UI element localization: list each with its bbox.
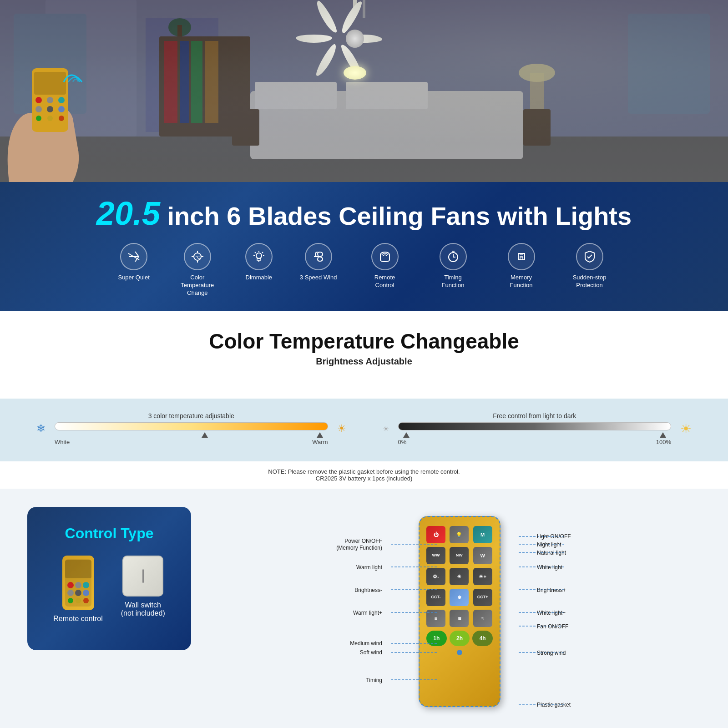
remote-grid: ⏻ 💡 M WW NW W ⚙- ☀ ☀+ CCT- ❄ — [426, 526, 493, 627]
fan-speed2-button[interactable]: ≋ — [450, 610, 469, 627]
note-line2: CR2025 3V battery x 1pcs (included) — [7, 475, 721, 482]
svg-rect-8 — [523, 109, 551, 146]
svg-rect-16 — [191, 41, 202, 123]
timing-label: Timing Function — [433, 274, 474, 289]
note-section: NOTE: Please remove the plastic gasket b… — [0, 461, 728, 489]
power-button[interactable]: ⏻ — [426, 526, 445, 543]
sun-warm-icon: ☀ — [337, 423, 346, 435]
section-main-title: Color Temperature Changeable — [27, 329, 701, 354]
svg-rect-17 — [205, 41, 218, 123]
svg-point-65 — [67, 590, 74, 596]
control-right-panel: ⏻ 💡 M WW NW W ⚙- ☀ ☀+ CCT- ❄ — [218, 507, 701, 725]
plastic-gasket-indicator — [457, 650, 462, 655]
remote-body: ⏻ 💡 M WW NW W ⚙- ☀ ☀+ CCT- ❄ — [419, 516, 500, 707]
label-brightness-minus: Brightness- — [354, 587, 382, 593]
svg-point-24 — [47, 97, 53, 103]
svg-point-28 — [58, 106, 65, 112]
sun-dim-icon: ☀ — [383, 425, 389, 433]
label-night-light: Night light — [537, 541, 561, 548]
feature-dimmable: Dimmable — [245, 243, 273, 282]
brightness-plus-button[interactable]: ☀+ — [473, 568, 492, 585]
wind-label: 3 Speed Wind — [300, 274, 337, 282]
fan-light — [344, 66, 366, 80]
cct-plus-button[interactable]: CCT+ — [473, 589, 492, 606]
control-left-panel: Control Type — [27, 507, 191, 725]
timing-1h-button[interactable]: 1h — [426, 631, 447, 646]
super-quiet-label: Super Quiet — [118, 274, 149, 282]
remote-diagram-container: ⏻ 💡 M WW NW W ⚙- ☀ ☀+ CCT- ❄ — [218, 507, 701, 725]
label-medium-wind: Medium wind — [350, 640, 382, 647]
dimmable-label: Dimmable — [246, 274, 273, 282]
feature-protection: Sudden-stop Protection — [569, 243, 610, 289]
control-section: Control Type — [0, 489, 728, 728]
bar2-label: Free control from light to dark — [398, 412, 672, 420]
label-light-on-off: Light ON/OFF — [537, 533, 571, 540]
super-quiet-icon — [120, 243, 147, 270]
svg-point-25 — [58, 97, 65, 103]
label-warm-light: Warm light — [356, 564, 382, 571]
memory-label: Memory Function — [501, 274, 542, 289]
wall-switch-icon — [122, 556, 163, 597]
brightness-minus-button[interactable]: ⚙- — [426, 568, 445, 585]
svg-rect-5 — [255, 82, 337, 109]
svg-point-66 — [75, 590, 81, 596]
product-title-text: inch 6 Blades Ceiling Fans with Lights — [167, 202, 632, 230]
timing-2h-button[interactable]: 2h — [450, 631, 470, 646]
switch-line — [142, 569, 144, 583]
svg-point-67 — [83, 590, 89, 596]
wall-switch-label: Wall switch (not included) — [121, 601, 165, 617]
svg-rect-61 — [65, 560, 91, 578]
w-button[interactable]: W — [473, 547, 492, 564]
ceiling-fan — [309, 2, 400, 75]
cct-minus-button[interactable]: CCT- — [426, 589, 445, 606]
remote-control-icon — [62, 556, 94, 610]
fan-blade-3 — [314, 42, 339, 78]
svg-point-68 — [68, 598, 73, 603]
bar1-pointer2 — [317, 432, 323, 438]
nw-button[interactable]: NW — [450, 547, 469, 564]
m-button[interactable]: M — [473, 526, 492, 543]
color-temp-icon: ℃ — [184, 243, 211, 270]
bar2-end-label: 100% — [656, 439, 671, 445]
label-plastic-gasket: Plastic gasket — [537, 702, 571, 708]
wall-switch-device: Wall switch (not included) — [121, 556, 165, 623]
remote-control-device: Remote control — [53, 556, 103, 623]
ww-button[interactable]: WW — [426, 547, 445, 564]
bar2-pointer — [403, 432, 410, 438]
hand-holding-remote — [0, 55, 118, 182]
svg-point-70 — [83, 598, 89, 603]
remote-device-label: Remote control — [53, 615, 103, 623]
control-type-box: Control Type — [27, 507, 191, 650]
wifi-arcs — [59, 64, 96, 91]
sun-bright-icon: ☀ — [680, 421, 692, 436]
timing-4h-button[interactable]: 4h — [472, 631, 493, 646]
svg-text:℃: ℃ — [195, 255, 200, 260]
control-icons-row: Remote control Wall switch (not included… — [41, 556, 177, 623]
light-button[interactable]: 💡 — [450, 526, 469, 543]
svg-line-45 — [255, 252, 256, 253]
product-title: 20.5 inch 6 Blades Ceiling Fans with Lig… — [27, 196, 701, 232]
fan-blade-6 — [339, 0, 364, 35]
remote-label: Remote Control — [364, 274, 405, 289]
product-banner: 20.5 inch 6 Blades Ceiling Fans with Lig… — [0, 182, 728, 311]
svg-point-29 — [36, 116, 41, 121]
label-power-on-off: Power ON/OFF(Memory Function) — [336, 538, 382, 552]
bar1-label: 3 color temperature adjustable — [55, 412, 328, 420]
fan-blade-5 — [314, 0, 339, 35]
remote-icon — [371, 243, 399, 270]
fan-button[interactable]: ❄ — [450, 589, 469, 606]
note-line1: NOTE: Please remove the plastic gasket b… — [7, 468, 721, 475]
svg-line-44 — [262, 252, 263, 253]
fan-speed1-button[interactable]: ≡ — [426, 610, 445, 627]
svg-point-23 — [35, 97, 42, 103]
label-timing: Timing — [366, 677, 382, 683]
svg-point-42 — [256, 253, 262, 258]
svg-line-33 — [135, 252, 139, 257]
fan-speed3-button[interactable]: ≈ — [473, 610, 492, 627]
dimmable-icon — [245, 243, 273, 270]
svg-marker-56 — [202, 432, 208, 438]
label-fan-on-off: Fan ON/OFF — [537, 623, 568, 630]
brightness-center-button[interactable]: ☀ — [450, 568, 469, 585]
bar1-start-label: White — [55, 439, 70, 445]
hero-section — [0, 0, 728, 182]
